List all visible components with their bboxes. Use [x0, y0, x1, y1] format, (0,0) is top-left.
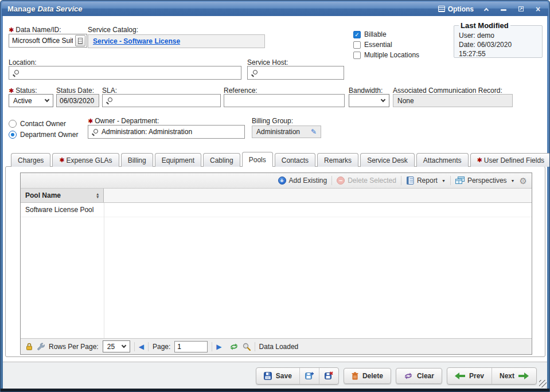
tab-remarks[interactable]: Remarks [317, 153, 358, 167]
page-label: Page: [153, 343, 170, 351]
multiple-locations-checkbox-row[interactable]: Multiple Locations [353, 51, 419, 59]
trash-icon [352, 372, 358, 380]
billing-group-box: Administration ✎ [252, 126, 321, 138]
grid-status-text: Data Loaded [259, 343, 299, 351]
essential-checkbox[interactable] [353, 41, 361, 49]
close-button[interactable]: × [533, 5, 543, 13]
search-icon [13, 70, 19, 76]
wrench-icon[interactable] [37, 343, 45, 351]
multiple-locations-checkbox[interactable] [353, 52, 361, 59]
minimize-button[interactable] [499, 5, 508, 13]
table-row[interactable]: Software License Pool [21, 203, 532, 217]
multiple-locations-label: Multiple Locations [364, 51, 419, 59]
save-icon [264, 372, 272, 380]
status-date-label: Status Date: [56, 87, 94, 95]
assoc-comm-value: None [397, 97, 414, 105]
collapse-button[interactable] [482, 5, 491, 13]
search-grid-icon[interactable] [243, 343, 251, 351]
grid-settings-gear-icon[interactable]: ⚙ [520, 177, 527, 185]
clear-button[interactable]: Clear [396, 368, 442, 384]
bandwidth-label: Bandwidth: [349, 87, 383, 95]
required-marker: ✱ [9, 26, 14, 33]
bandwidth-select[interactable] [349, 94, 389, 107]
last-modified-user: User: demo [459, 31, 537, 40]
save-and-close-button[interactable] [319, 368, 338, 384]
status-value: Active [13, 97, 32, 105]
required-marker: ✱ [88, 117, 93, 124]
pools-tab-panel: + Add Existing − Delete Selected Report … [5, 166, 545, 357]
next-button[interactable]: Next [492, 368, 536, 384]
department-owner-radio-row[interactable]: Department Owner [9, 131, 78, 139]
contact-owner-radio-row[interactable]: Contact Owner [9, 120, 66, 128]
billing-group-label: Billing Group: [252, 117, 293, 125]
perspectives-icon [455, 177, 465, 185]
contact-owner-radio[interactable] [9, 120, 17, 128]
data-name-label: ✱Data Name/ID: [9, 26, 61, 34]
delete-selected-button[interactable]: − Delete Selected [337, 177, 396, 185]
rows-per-page-select[interactable]: 25 [103, 340, 130, 352]
add-existing-button[interactable]: + Add Existing [278, 177, 327, 185]
save-button-group: Save [256, 367, 339, 385]
save-button[interactable]: Save [256, 368, 299, 384]
prev-page-button[interactable]: ◀ [139, 343, 144, 350]
maximize-button[interactable]: ↗ [516, 5, 525, 13]
save-and-new-button[interactable] [299, 368, 319, 384]
tab-user-defined-fields[interactable]: ✱User Defined Fields [470, 153, 550, 167]
tab-service-desk[interactable]: Service Desk [360, 153, 415, 167]
resize-grip[interactable] [539, 380, 547, 387]
tab-contacts[interactable]: Contacts [275, 153, 315, 167]
owner-department-input[interactable]: Administration: Administration [88, 125, 245, 139]
tab-expense-glas[interactable]: ✱Expense GLAs [52, 153, 119, 167]
department-owner-label: Department Owner [20, 131, 78, 139]
edit-pencil-icon[interactable]: ✎ [311, 128, 317, 136]
pool-name-cell: Software License Pool [25, 206, 93, 214]
options-label: Options [448, 5, 474, 13]
required-marker: ✱ [59, 156, 64, 164]
service-host-input[interactable] [247, 66, 344, 80]
billable-label: Billable [364, 30, 387, 38]
grid-pager: Rows Per Page: 25 ◀ Page: ▶ [21, 338, 532, 354]
billable-checkbox[interactable]: ✓ [353, 31, 361, 38]
refresh-icon[interactable] [229, 343, 239, 351]
required-marker: ✱ [9, 87, 14, 94]
document-icon [78, 38, 83, 44]
reference-input[interactable] [224, 94, 345, 107]
billable-checkbox-row[interactable]: ✓ Billable [353, 30, 387, 38]
maximize-icon: ↗ [518, 6, 524, 11]
tab-attachments[interactable]: Attachments [416, 153, 469, 167]
tab-cabling[interactable]: Cabling [203, 153, 240, 167]
location-label: Location: [9, 58, 37, 66]
tab-billing[interactable]: Billing [121, 153, 153, 167]
next-page-button[interactable]: ▶ [216, 343, 221, 350]
lock-icon[interactable] [26, 343, 33, 351]
tab-pools[interactable]: Pools [242, 152, 273, 167]
window-bottom-edge [1, 389, 549, 391]
tab-charges[interactable]: Charges [11, 153, 50, 167]
pager-divider [134, 342, 135, 351]
add-icon: + [278, 177, 286, 185]
essential-checkbox-row[interactable]: Essential [353, 41, 392, 49]
prev-button[interactable]: Prev [447, 368, 492, 384]
sla-input[interactable] [102, 94, 221, 107]
pager-divider [255, 342, 255, 351]
pager-divider [212, 342, 212, 351]
sort-icon[interactable]: ▴▾ [96, 193, 99, 198]
column-header-pool-name[interactable]: Pool Name ▴▾ [21, 189, 104, 202]
tab-equipment[interactable]: Equipment [155, 153, 201, 167]
data-name-lookup-button[interactable] [75, 35, 85, 46]
options-menu-icon [438, 6, 445, 12]
titlebar[interactable]: ManageData Service Options ↗ × [2, 2, 548, 16]
status-select[interactable]: Active [9, 94, 53, 107]
location-input[interactable] [9, 66, 241, 80]
perspectives-menu-button[interactable]: Perspectives ▼ [455, 177, 515, 185]
department-owner-radio[interactable] [9, 131, 17, 139]
service-host-label: Service Host: [247, 58, 288, 66]
report-menu-button[interactable]: Report ▼ [406, 177, 446, 185]
owner-department-label: ✱Owner - Department: [88, 117, 159, 125]
delete-button[interactable]: Delete [344, 368, 391, 384]
billing-group-value: Administration [256, 128, 300, 136]
service-catalog-link[interactable]: Service - Software License [93, 37, 180, 45]
options-button[interactable]: Options [438, 5, 474, 13]
form-area: ✱Data Name/ID: Service Catalog: Service … [3, 16, 547, 362]
page-number-input[interactable] [174, 341, 208, 352]
